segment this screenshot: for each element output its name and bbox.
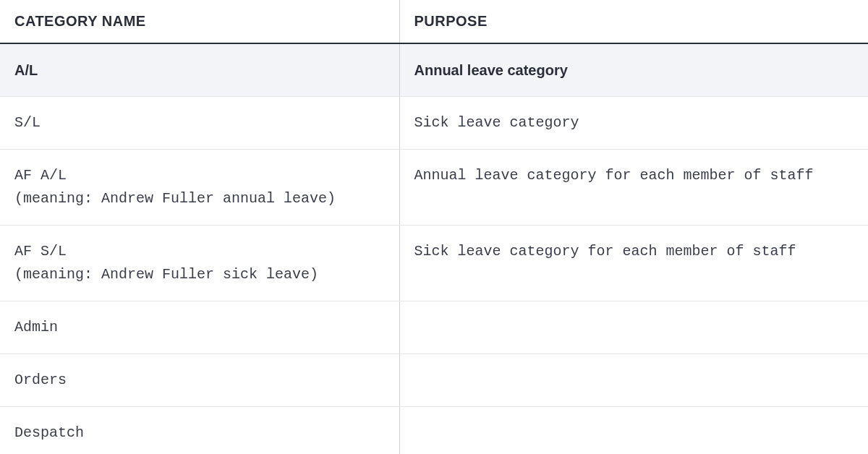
category-name-subtext: (meaning: Andrew Fuller sick leave)	[14, 263, 385, 286]
cell-purpose	[399, 301, 868, 354]
table-row: Despatch	[0, 407, 868, 455]
table-row: S/LSick leave category	[0, 97, 868, 150]
table-header-row: Category Name Purpose	[0, 0, 868, 43]
category-name-text: Despatch	[14, 424, 84, 441]
cell-category-name: AF A/L(meaning: Andrew Fuller annual lea…	[0, 150, 399, 226]
category-name-text: A/L	[14, 62, 38, 78]
cell-category-name: S/L	[0, 97, 399, 150]
header-purpose: Purpose	[399, 0, 868, 43]
category-name-text: AF S/L	[14, 243, 67, 260]
cell-purpose: Sick leave category	[399, 97, 868, 150]
table-row: AF A/L(meaning: Andrew Fuller annual lea…	[0, 150, 868, 226]
category-name-text: AF A/L	[14, 167, 67, 184]
category-name-text: Orders	[14, 372, 67, 388]
cell-category-name: AF S/L(meaning: Andrew Fuller sick leave…	[0, 226, 399, 301]
category-name-text: S/L	[14, 114, 41, 131]
table-row: Admin	[0, 301, 868, 354]
category-name-subtext: (meaning: Andrew Fuller annual leave)	[14, 187, 385, 210]
cell-category-name: Orders	[0, 354, 399, 407]
table-row: A/LAnnual leave category	[0, 43, 868, 97]
cell-category-name: Admin	[0, 301, 399, 354]
cell-purpose	[399, 354, 868, 407]
table-row: Orders	[0, 354, 868, 407]
header-category-name: Category Name	[0, 0, 399, 43]
category-name-text: Admin	[14, 319, 58, 335]
cell-purpose: Sick leave category for each member of s…	[399, 226, 868, 301]
cell-category-name: A/L	[0, 43, 399, 97]
cell-category-name: Despatch	[0, 407, 399, 455]
cell-purpose: Annual leave category for each member of…	[399, 150, 868, 226]
category-table: Category Name Purpose A/LAnnual leave ca…	[0, 0, 868, 454]
table-row: AF S/L(meaning: Andrew Fuller sick leave…	[0, 226, 868, 301]
cell-purpose	[399, 407, 868, 455]
cell-purpose: Annual leave category	[399, 43, 868, 97]
